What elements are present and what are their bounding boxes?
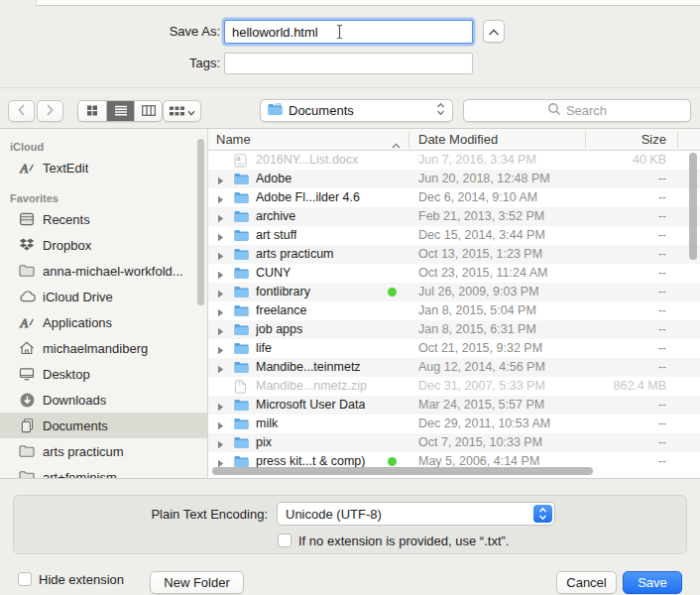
file-list-vertical-scrollbar[interactable]: [689, 153, 697, 260]
file-row[interactable]: arts practicumOct 13, 2015, 1:23 PM--: [208, 245, 700, 264]
sidebar-item-label: Recents: [43, 212, 90, 227]
sidebar-item-label: michaelmandiberg: [43, 341, 148, 356]
sidebar-section-title: Favorites: [0, 190, 207, 206]
disclosure-triangle-icon[interactable]: [217, 193, 224, 207]
chevron-down-icon: [187, 104, 195, 119]
column-view-button[interactable]: [134, 101, 162, 121]
file-row[interactable]: CUNYOct 23, 2015, 11:24 AM--: [208, 264, 700, 283]
encoding-popup[interactable]: Unicode (UTF-8): [277, 502, 555, 526]
file-row[interactable]: pixOct 7, 2015, 10:33 PM--: [208, 433, 700, 452]
disclosure-triangle-icon[interactable]: [217, 175, 224, 188]
sidebar-item-anna-michael-workfold[interactable]: anna-michael-workfold...: [0, 258, 207, 284]
folder-blue-icon: [234, 361, 249, 377]
chevron-left-icon: [17, 104, 26, 119]
file-list-rows: a2016NY...List.docxJun 7, 2016, 3:34 PM4…: [208, 151, 700, 471]
folder-blue-icon: [234, 191, 249, 207]
file-row[interactable]: Mandibe...nmetz.zipDec 31, 2007, 5:33 PM…: [208, 377, 700, 396]
file-row[interactable]: fontlibraryJul 26, 2009, 9:03 PM--: [208, 283, 700, 301]
hide-extension-checkbox[interactable]: [18, 572, 32, 586]
file-row[interactable]: archiveFeb 21, 2013, 3:52 PM--: [208, 207, 700, 226]
list-view-button[interactable]: [106, 101, 134, 121]
file-name: CUNY: [256, 264, 291, 283]
tags-input[interactable]: [224, 53, 473, 74]
location-popup[interactable]: Documents: [260, 99, 453, 122]
extension-checkbox[interactable]: [278, 534, 292, 547]
file-size: --: [658, 320, 666, 339]
disclosure-triangle-icon[interactable]: [217, 344, 224, 358]
sidebar-item-recents[interactable]: Recents: [0, 206, 207, 232]
new-folder-button[interactable]: New Folder: [150, 571, 244, 594]
tags-label: Tags:: [59, 53, 220, 74]
disclosure-triangle-icon[interactable]: [217, 269, 224, 283]
search-icon: [547, 102, 561, 119]
disclosure-triangle-icon[interactable]: [217, 438, 224, 452]
file-row[interactable]: AdobeJun 20, 2018, 12:48 PM--: [208, 170, 700, 188]
cloud-icon: [18, 290, 36, 303]
disclosure-triangle-icon[interactable]: [217, 363, 224, 377]
disclosure-triangle-icon[interactable]: [217, 288, 224, 301]
sidebar-item-desktop[interactable]: Desktop: [0, 361, 207, 387]
column-header-name[interactable]: Name: [216, 129, 251, 151]
back-button[interactable]: [8, 100, 35, 122]
sidebar-item-textedit[interactable]: ATextEdit: [0, 155, 207, 180]
file-row[interactable]: Adobe Fl...ilder 4.6Dec 6, 2014, 9:10 AM…: [208, 188, 700, 207]
sidebar-item-icloud-drive[interactable]: iCloud Drive: [0, 284, 207, 309]
documents-icon: [18, 418, 36, 433]
file-row[interactable]: lifeOct 21, 2015, 9:32 PM--: [208, 339, 700, 358]
file-date-modified: Oct 21, 2015, 9:32 PM: [418, 339, 542, 358]
sidebar-item-downloads[interactable]: Downloads: [0, 387, 207, 413]
sidebar-item-arts-practicum[interactable]: arts practicum: [0, 438, 207, 464]
file-row[interactable]: job appsJan 8, 2015, 6:31 PM--: [208, 320, 700, 339]
sidebar-item-label: Documents: [43, 418, 108, 433]
sidebar-item-dropbox[interactable]: Dropbox: [0, 232, 207, 258]
list-view-icon: [114, 104, 128, 119]
encoding-popup-value: Unicode (UTF-8): [286, 507, 382, 522]
file-row[interactable]: freelanceJan 8, 2015, 5:04 PM--: [208, 301, 700, 320]
recents-icon: [18, 212, 36, 226]
sidebar: iCloudATextEditFavoritesRecentsDropboxan…: [0, 129, 208, 478]
sidebar-item-applications[interactable]: AApplications: [0, 309, 207, 335]
sidebar-item-michaelmandiberg[interactable]: michaelmandiberg: [0, 335, 207, 361]
disclosure-triangle-icon[interactable]: [217, 250, 224, 264]
file-row[interactable]: Microsoft User DataMar 24, 2015, 5:57 PM…: [208, 396, 700, 415]
file-list-horizontal-scrollbar[interactable]: [212, 467, 593, 475]
file-size: --: [658, 452, 666, 471]
file-date-modified: Jun 20, 2018, 12:48 PM: [418, 170, 550, 188]
save-button[interactable]: Save: [623, 571, 682, 594]
folder-blue-icon: [234, 173, 249, 188]
file-date-modified: Oct 13, 2015, 1:23 PM: [418, 245, 542, 264]
hide-extension-label: Hide extension: [39, 572, 124, 587]
disclosure-triangle-icon[interactable]: [217, 325, 224, 339]
disclosure-triangle-icon[interactable]: [217, 231, 224, 245]
file-row[interactable]: a2016NY...List.docxJun 7, 2016, 3:34 PM4…: [208, 151, 700, 170]
forward-button[interactable]: [37, 100, 63, 122]
sidebar-item-art-feminism[interactable]: art+feminism: [0, 464, 207, 478]
file-row[interactable]: art stuffDec 15, 2014, 3:44 PM--: [208, 226, 700, 245]
column-header-size[interactable]: Size: [642, 129, 666, 151]
sidebar-scrollbar[interactable]: [197, 139, 204, 305]
disclosure-triangle-icon[interactable]: [217, 401, 224, 415]
chevron-right-icon: [46, 104, 55, 119]
folder-blue-icon: [234, 248, 249, 264]
disclosure-triangle-icon[interactable]: [217, 212, 224, 226]
file-name: Adobe Fl...ilder 4.6: [256, 188, 360, 207]
disclosure-triangle-icon[interactable]: [217, 419, 224, 433]
folder-blue-icon: [234, 323, 249, 339]
sidebar-item-label: Dropbox: [43, 238, 91, 253]
group-by-button[interactable]: [163, 100, 201, 122]
file-row[interactable]: milkDec 29, 2011, 10:53 AM--: [208, 415, 700, 433]
folder-blue-icon: [234, 436, 249, 452]
file-size: --: [658, 226, 666, 245]
save-as-input[interactable]: [224, 20, 473, 44]
expand-collapse-button[interactable]: [483, 20, 505, 43]
cancel-button[interactable]: Cancel: [556, 571, 617, 594]
search-field[interactable]: Search: [463, 99, 691, 122]
disclosure-triangle-icon[interactable]: [217, 306, 224, 320]
column-header-date-modified[interactable]: Date Modified: [418, 129, 498, 151]
icon-view-button[interactable]: [78, 101, 106, 121]
word-document-icon: a: [234, 154, 247, 171]
file-row[interactable]: Mandibe...teinmetzAug 12, 2014, 4:56 PM-…: [208, 358, 700, 377]
folder-gray-icon: [18, 264, 36, 278]
applications-icon: A: [18, 315, 36, 329]
sidebar-item-documents[interactable]: Documents: [0, 413, 207, 438]
